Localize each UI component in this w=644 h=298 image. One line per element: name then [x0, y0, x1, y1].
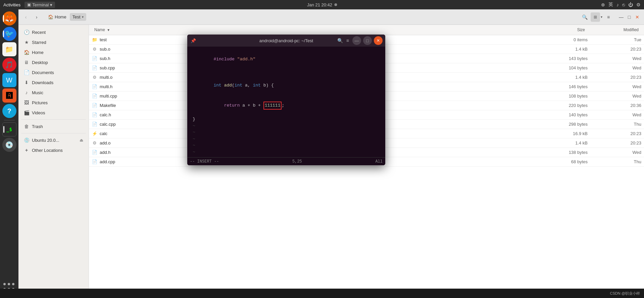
- ubuntu-disk-icon: 💿: [24, 137, 29, 143]
- home-icon: 🏠: [48, 14, 53, 19]
- sidebar-divider-1: [21, 119, 86, 120]
- back-button[interactable]: ‹: [21, 12, 31, 22]
- sidebar-item-ubuntu[interactable]: 💿 Ubuntu 20.0... ⏏: [20, 135, 87, 145]
- file-icon: 📁: [92, 37, 98, 43]
- fm-list-header: Name ▼ Size Modified: [89, 25, 644, 35]
- file-modified: Wed: [588, 84, 641, 89]
- dock-terminal[interactable]: _$: [2, 122, 16, 136]
- sidebar-item-recent[interactable]: 🕐 Recent: [20, 27, 87, 37]
- top-bar-datetime: Jan 21 20:42: [307, 2, 337, 7]
- col-header-size[interactable]: Size: [547, 26, 588, 34]
- sort-icon: ▼: [107, 28, 110, 32]
- other-locations-icon: +: [24, 147, 29, 153]
- file-icon: ⚙: [92, 46, 98, 52]
- sidebar-item-music[interactable]: ♪ Music: [20, 88, 87, 97]
- maximize-button[interactable]: □: [625, 13, 633, 21]
- breadcrumb-test[interactable]: Test ▾: [70, 13, 86, 21]
- dock-dvd[interactable]: 💿: [2, 138, 16, 152]
- file-modified: Wed: [588, 56, 641, 61]
- sidebar-item-downloads[interactable]: ⬇ Downloads: [20, 78, 87, 87]
- file-icon: 📄: [92, 65, 98, 71]
- file-modified: Wed: [588, 65, 641, 70]
- sidebar-item-desktop[interactable]: 🖥 Desktop: [20, 58, 87, 67]
- terminal-minimize-button[interactable]: —: [352, 36, 361, 45]
- activities-button[interactable]: Activities: [3, 2, 20, 7]
- terminal-search-button[interactable]: 🔍: [337, 38, 343, 43]
- terminal-titlebar: 📌 android@android-pc: ~/Test 🔍 ≡ — □ ✕: [187, 35, 385, 47]
- language-icon[interactable]: 英: [608, 2, 613, 8]
- sidebar-item-trash[interactable]: 🗑 Trash: [20, 122, 87, 131]
- file-modified: Thu: [588, 159, 641, 164]
- bottom-bar: CSDN @职业小样: [0, 289, 644, 298]
- bottom-text: CSDN @职业小样: [610, 291, 640, 296]
- sidebar-item-starred[interactable]: ★ Starred: [20, 38, 87, 47]
- starred-icon: ★: [24, 40, 29, 45]
- breadcrumb-dropdown-icon[interactable]: ▾: [82, 15, 84, 19]
- breadcrumb-home[interactable]: 🏠 Home: [45, 13, 69, 21]
- search-button[interactable]: 🔍: [580, 12, 589, 22]
- terminal-window: 📌 android@android-pc: ~/Test 🔍 ≡ — □ ✕ #…: [187, 35, 385, 165]
- file-icon: 📄: [92, 159, 98, 165]
- sidebar-label-home: Home: [32, 50, 44, 55]
- sidebar-item-pictures[interactable]: 🖼 Pictures: [20, 98, 87, 107]
- term-tilde-5: ~: [193, 149, 383, 156]
- file-size: 298 bytes: [547, 122, 588, 127]
- file-icon: 📄: [92, 103, 98, 109]
- sidebar-item-documents[interactable]: 📄 Documents: [20, 68, 87, 77]
- dock-rhythmbox[interactable]: 🎵: [2, 58, 16, 72]
- eject-icon[interactable]: ⏏: [80, 138, 83, 142]
- sound-icon[interactable]: ♪: [616, 2, 619, 7]
- close-button[interactable]: ✕: [633, 13, 641, 21]
- minimize-button[interactable]: —: [617, 13, 625, 21]
- file-icon: 📄: [92, 84, 98, 90]
- forward-button[interactable]: ›: [32, 12, 41, 22]
- network-icon[interactable]: ⊕: [601, 2, 605, 7]
- file-modified: 20:36: [588, 103, 641, 108]
- dock-software[interactable]: 🅰: [2, 88, 16, 103]
- view-dropdown-button[interactable]: ▾: [601, 15, 602, 19]
- trash-icon: 🗑: [24, 124, 29, 129]
- terminal-close-button[interactable]: ✕: [374, 36, 383, 45]
- terminal-indicator[interactable]: ▣ Terminal ▾: [24, 2, 55, 8]
- fm-toolbar: ‹ › 🏠 Home Test ▾ 🔍 ⊞ ▾ ≡ — □ ✕: [18, 9, 644, 25]
- sidebar-item-home[interactable]: 🏠 Home: [20, 48, 87, 57]
- recent-icon: 🕐: [24, 29, 29, 35]
- term-tilde-3: ~: [193, 136, 383, 142]
- dock-thunderbird[interactable]: 🐦: [2, 27, 16, 41]
- power-icon[interactable]: ⏻: [628, 2, 633, 7]
- file-size: 104 bytes: [547, 65, 588, 70]
- sidebar-label-desktop: Desktop: [32, 60, 48, 65]
- dock-help[interactable]: ?: [2, 104, 16, 118]
- terminal-pin-icon: 📌: [191, 38, 196, 43]
- file-modified: 20:23: [588, 140, 641, 145]
- settings-icon[interactable]: ⚙: [636, 2, 641, 7]
- term-line-1: #include "add.h": [193, 49, 383, 69]
- file-icon: 📄: [92, 121, 98, 127]
- menu-button[interactable]: ≡: [604, 12, 613, 22]
- file-size: 16.9 kB: [547, 131, 588, 136]
- view-buttons: ⊞ ▾: [591, 12, 602, 22]
- terminal-position: 5,25: [292, 159, 302, 164]
- terminal-content[interactable]: #include "add.h" int add(int a, int b) {…: [187, 47, 385, 157]
- sidebar-item-other-locations[interactable]: + Other Locations: [20, 145, 87, 155]
- window-controls: — □ ✕: [617, 13, 641, 21]
- terminal-maximize-button[interactable]: □: [363, 36, 372, 45]
- col-header-name[interactable]: Name ▼: [92, 26, 547, 34]
- sidebar-label-other-locations: Other Locations: [32, 148, 63, 153]
- file-size: 0 items: [547, 37, 588, 42]
- sidebar-label-downloads: Downloads: [32, 80, 53, 85]
- dock-separator: [4, 120, 15, 120]
- sidebar-label-ubuntu: Ubuntu 20.0...: [32, 138, 59, 143]
- file-size: 146 bytes: [547, 84, 588, 89]
- col-header-modified[interactable]: Modified: [588, 26, 641, 34]
- terminal-menu-button[interactable]: ≡: [346, 38, 349, 43]
- dock-firefox[interactable]: 🦊: [2, 11, 16, 25]
- sidebar-item-videos[interactable]: 🎬 Videos: [20, 108, 87, 117]
- dock-writer[interactable]: W: [2, 73, 16, 87]
- bluetooth-icon[interactable]: ⎋: [622, 2, 625, 7]
- grid-view-button[interactable]: ⊞: [591, 12, 600, 22]
- dock-files[interactable]: 📁: [2, 42, 16, 56]
- term-line-2: [193, 69, 383, 76]
- sidebar-label-starred: Starred: [32, 40, 46, 45]
- file-size: 143 bytes: [547, 56, 588, 61]
